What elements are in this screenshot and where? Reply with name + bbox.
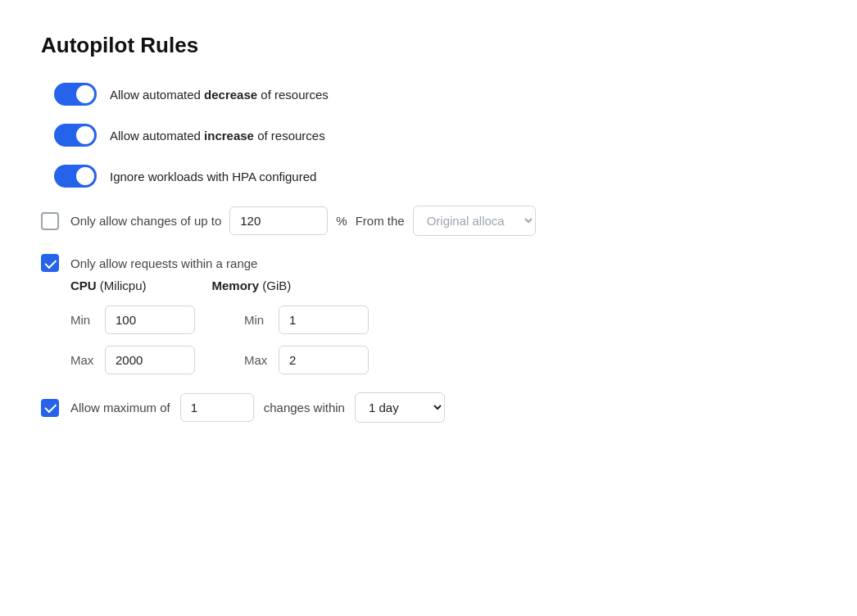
requests-range-row: Only allow requests within a range <box>41 254 816 272</box>
toggle-row-hpa: Ignore workloads with HPA configured <box>54 165 816 188</box>
memory-min-label: Min <box>244 313 270 327</box>
autopilot-rules-section: Allow automated decrease of resources Al… <box>41 83 816 423</box>
max-changes-prefix: Allow maximum of <box>70 401 170 414</box>
cpu-min-input[interactable] <box>105 306 195 334</box>
toggle-row-decrease: Allow automated decrease of resources <box>54 83 816 106</box>
cpu-max-label: Max <box>70 353 97 367</box>
max-changes-checkbox[interactable] <box>41 399 59 417</box>
range-section: CPU (Milicpu) Memory (GiB) Min Min <box>70 279 816 374</box>
max-changes-select[interactable]: 1 day <box>355 392 445 423</box>
requests-range-checkbox[interactable] <box>41 254 59 272</box>
max-changes-label-group: Allow maximum of changes within 1 day <box>70 392 445 423</box>
toggle-increase[interactable] <box>54 124 97 147</box>
changes-limit-checkbox[interactable] <box>41 212 59 230</box>
toggle-hpa-label: Ignore workloads with HPA configured <box>110 170 316 183</box>
range-headers: CPU (Milicpu) Memory (GiB) <box>70 279 816 292</box>
toggle-decrease[interactable] <box>54 83 97 106</box>
cpu-min-field: Min <box>70 306 195 334</box>
max-changes-row: Allow maximum of changes within 1 day <box>41 392 816 423</box>
requests-range-label: Only allow requests within a range <box>70 256 257 270</box>
memory-unit-text: (GiB) <box>262 279 291 292</box>
cpu-header-bold: CPU <box>70 279 97 292</box>
max-changes-middle: changes within <box>264 401 345 414</box>
memory-header: Memory (GiB) <box>212 279 292 292</box>
cpu-unit-text: (Milicpu) <box>100 279 147 292</box>
memory-max-field: Max <box>244 346 369 374</box>
toggle-row-increase: Allow automated increase of resources <box>54 124 816 147</box>
cpu-max-input[interactable] <box>105 346 195 374</box>
changes-limit-percent: % <box>336 214 347 228</box>
memory-min-field: Min <box>244 306 369 334</box>
toggle-decrease-label: Allow automated decrease of resources <box>110 88 329 102</box>
toggle-hpa[interactable] <box>54 165 97 188</box>
toggle-increase-slider <box>54 124 97 147</box>
changes-limit-label-group: Only allow changes of up to % From the O… <box>70 206 536 236</box>
toggle-increase-label: Allow automated increase of resources <box>110 129 325 143</box>
memory-max-label: Max <box>244 353 270 367</box>
range-rows: Min Min Max Max <box>70 306 816 374</box>
max-changes-input[interactable] <box>180 393 254 422</box>
range-max-row: Max Max <box>70 346 816 374</box>
changes-limit-row: Only allow changes of up to % From the O… <box>41 206 816 236</box>
cpu-header: CPU (Milicpu) <box>70 279 147 292</box>
toggle-hpa-slider <box>54 165 97 188</box>
range-min-row: Min Min <box>70 306 816 334</box>
cpu-min-label: Min <box>70 313 97 327</box>
requests-range-section: Only allow requests within a range CPU (… <box>41 254 816 374</box>
changes-limit-input[interactable] <box>229 206 328 235</box>
toggle-increase-bold: increase <box>204 129 254 143</box>
changes-limit-prefix: Only allow changes of up to <box>70 214 221 228</box>
memory-max-input[interactable] <box>279 346 369 374</box>
toggle-decrease-bold: decrease <box>204 88 257 102</box>
memory-min-input[interactable] <box>279 306 369 334</box>
changes-limit-select[interactable]: Original alloca <box>413 206 536 236</box>
page-title: Autopilot Rules <box>41 33 816 58</box>
changes-limit-from: From the <box>356 214 405 228</box>
memory-header-bold: Memory <box>212 279 260 292</box>
toggle-decrease-slider <box>54 83 97 106</box>
cpu-max-field: Max <box>70 346 195 374</box>
